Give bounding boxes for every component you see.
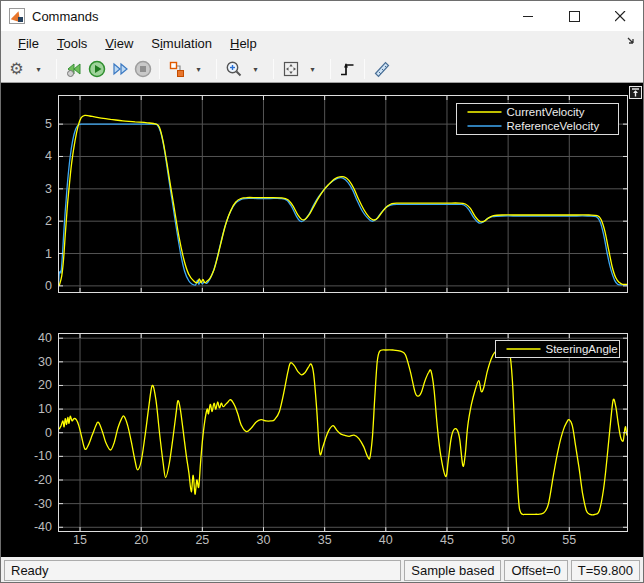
cursor-measurements-icon: [372, 59, 392, 79]
toolbar-separator: [159, 59, 160, 79]
fit-to-view-button[interactable]: [279, 58, 302, 81]
y-tick-label: 0: [45, 426, 52, 440]
run-icon: [87, 59, 107, 79]
dropdown-caret-icon: ▾: [196, 65, 200, 74]
layout-blocks-icon: [167, 59, 187, 79]
layout-button[interactable]: [165, 58, 188, 81]
stop-icon: [133, 59, 153, 79]
trigger-icon: [338, 59, 358, 79]
close-icon: [615, 11, 626, 22]
y-tick-label: 20: [38, 378, 52, 392]
y-tick-label: 2: [45, 214, 52, 228]
y-tick-label: 30: [38, 355, 52, 369]
settings-button[interactable]: ⚙: [5, 58, 28, 81]
toolbar: ⚙ ▾: [1, 56, 643, 83]
dock-icon[interactable]: [625, 35, 637, 50]
x-tick-label: 25: [195, 533, 209, 547]
menu-bar: FileToolsViewSimulationHelp: [1, 31, 643, 56]
step-forward-button[interactable]: [108, 58, 131, 81]
layout-dropdown[interactable]: ▾: [188, 58, 211, 81]
status-offset: Offset=0: [504, 560, 567, 581]
plot-1: -40-30-20-10010203040152025303540455055S…: [34, 331, 628, 547]
y-tick-label: 40: [38, 331, 52, 345]
y-tick-label: -20: [34, 473, 52, 487]
y-tick-label: 5: [45, 117, 52, 131]
y-tick-label: 1: [45, 247, 52, 261]
y-tick-label: -30: [34, 497, 52, 511]
y-tick-label: 3: [45, 182, 52, 196]
settings-gear-icon: ⚙: [9, 61, 23, 77]
trigger-button[interactable]: [336, 58, 359, 81]
y-tick-label: 0: [45, 279, 52, 293]
menu-item-file[interactable]: File: [9, 33, 48, 54]
x-tick-label: 50: [501, 533, 515, 547]
y-tick-label: -10: [34, 449, 52, 463]
measurements-button[interactable]: [370, 58, 393, 81]
dropdown-caret-icon: ▾: [253, 65, 257, 74]
toolbar-separator: [364, 59, 365, 79]
fit-dropdown[interactable]: ▾: [302, 58, 325, 81]
scope-window: Commands FileToolsViewSimulationHelp ⚙ ▾: [0, 0, 644, 583]
scope-canvas[interactable]: 012345CurrentVelocityReferenceVelocity-4…: [1, 83, 643, 557]
legend-label: CurrentVelocity: [507, 106, 585, 118]
fit-to-view-icon: [281, 59, 301, 79]
title-bar: Commands: [1, 1, 643, 31]
app-icon: [9, 8, 25, 24]
maximize-icon: [569, 11, 580, 22]
x-tick-label: 45: [440, 533, 454, 547]
y-tick-label: 4: [45, 149, 52, 163]
y-tick-label: 10: [38, 402, 52, 416]
x-tick-label: 35: [318, 533, 332, 547]
plot-0: 012345CurrentVelocityReferenceVelocity: [45, 95, 628, 293]
menu-item-simulation[interactable]: Simulation: [142, 33, 221, 54]
settings-dropdown[interactable]: ▾: [28, 58, 51, 81]
status-message: Ready: [4, 560, 401, 581]
legend-label: ReferenceVelocity: [507, 120, 600, 132]
zoom-dropdown[interactable]: ▾: [245, 58, 268, 81]
status-sample-mode: Sample based: [404, 560, 501, 581]
menu-item-help[interactable]: Help: [221, 33, 266, 54]
zoom-magnifier-icon: [224, 59, 244, 79]
legend-label: SteeringAngle: [546, 343, 618, 355]
x-tick-label: 55: [562, 533, 576, 547]
arrow-up-to-bar-icon: [631, 88, 640, 97]
step-back-icon: [64, 59, 84, 79]
stop-button[interactable]: [131, 58, 154, 81]
x-tick-label: 40: [379, 533, 393, 547]
dropdown-caret-icon: ▾: [310, 65, 314, 74]
legend: CurrentVelocityReferenceVelocity: [457, 104, 619, 135]
x-tick-label: 30: [257, 533, 271, 547]
step-back-button[interactable]: [62, 58, 85, 81]
collapse-toolbar-button[interactable]: [629, 86, 642, 99]
run-button[interactable]: [85, 58, 108, 81]
toolbar-separator: [330, 59, 331, 79]
y-tick-label: -40: [34, 520, 52, 534]
x-tick-label: 20: [134, 533, 148, 547]
minimize-icon: [523, 11, 534, 22]
toolbar-separator: [56, 59, 57, 79]
window-title: Commands: [32, 9, 98, 24]
legend: SteeringAngle: [496, 341, 620, 358]
menu-item-view[interactable]: View: [96, 33, 142, 54]
status-bar: Ready Sample based Offset=0 T=59.800: [1, 557, 643, 583]
x-tick-label: 15: [73, 533, 87, 547]
toolbar-separator: [216, 59, 217, 79]
minimize-button[interactable]: [505, 1, 551, 31]
step-forward-icon: [110, 59, 130, 79]
scope-plots[interactable]: 012345CurrentVelocityReferenceVelocity-4…: [1, 83, 643, 557]
maximize-button[interactable]: [551, 1, 597, 31]
zoom-button[interactable]: [222, 58, 245, 81]
close-button[interactable]: [597, 1, 643, 31]
dropdown-caret-icon: ▾: [36, 65, 40, 74]
menu-item-tools[interactable]: Tools: [48, 33, 96, 54]
status-sim-time: T=59.800: [571, 560, 640, 581]
toolbar-separator: [273, 59, 274, 79]
